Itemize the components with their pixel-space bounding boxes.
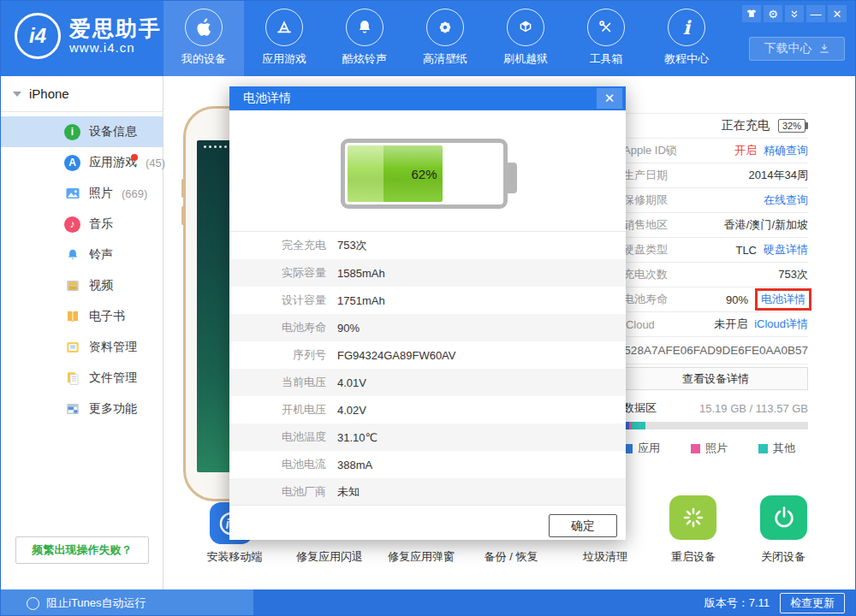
red-annotation-box: 电池详情: [755, 288, 811, 311]
row-actual-capacity: 实际容量1585mAh: [229, 259, 626, 287]
nav-ringtones[interactable]: 酷炫铃声: [324, 1, 405, 76]
version-label: 版本号：7.11: [704, 589, 770, 616]
warranty-row: 保修期限 在线查询: [623, 188, 808, 213]
storage-bar: [623, 422, 808, 429]
storage-legend: 应用 照片 其他: [623, 441, 808, 456]
action-fix-app-popup[interactable]: 修复应用弹窗: [388, 549, 455, 565]
sidebar-item-ebooks[interactable]: 电子书: [1, 301, 163, 332]
brand-name: 爱思助手: [69, 17, 162, 41]
row-design-capacity: 设计容量1751mAh: [229, 287, 626, 314]
row-battery-temperature: 电池温度31.10℃: [229, 424, 626, 451]
action-install-mobile[interactable]: 安装移动端: [207, 549, 263, 565]
tools-icon: [587, 9, 625, 46]
photos-icon: [64, 186, 80, 202]
action-restart-device[interactable]: 重启设备: [671, 549, 716, 565]
block-itunes-toggle[interactable]: 阻止iTunes自动运行: [1, 589, 253, 616]
action-fix-app-crash[interactable]: 修复应用闪退: [296, 549, 363, 565]
storage-usage: 15.19 GB / 113.57 GB: [699, 402, 808, 415]
minimize-to-tray-button[interactable]: [785, 5, 804, 22]
file-manager-icon: [64, 370, 80, 387]
brand-logo-icon: i4: [15, 13, 61, 59]
icloud-details-link[interactable]: iCloud详情: [754, 317, 808, 332]
action-junk-clean[interactable]: 垃圾清理: [583, 549, 627, 565]
device-selector[interactable]: iPhone: [1, 76, 163, 112]
bell-icon: [346, 9, 383, 46]
online-query-link[interactable]: 在线查询: [764, 192, 808, 208]
device-info-panel: 正在充电 32% Apple ID锁 开启 精确查询 生产日期 2014年34周…: [623, 113, 808, 456]
skin-button[interactable]: [742, 5, 761, 22]
restart-device-icon[interactable]: [669, 495, 716, 540]
sidebar-item-photos[interactable]: 照片 (669): [1, 178, 163, 209]
apple-icon: [185, 9, 223, 46]
ok-button[interactable]: 确定: [549, 514, 617, 537]
close-button[interactable]: ✕: [828, 5, 847, 22]
icloud-row: iCloud 未开启 iCloud详情: [623, 312, 808, 337]
storage-seg-other: [632, 422, 645, 429]
view-device-details-button[interactable]: 查看设备详情: [623, 367, 808, 390]
sidebar-item-videos[interactable]: 视频: [1, 270, 163, 301]
nav-my-devices[interactable]: 我的设备: [163, 1, 244, 76]
video-icon: [64, 278, 80, 294]
row-battery-vendor: 电池厂商未知: [229, 478, 626, 506]
storage-label: 数据区: [623, 400, 657, 416]
brand: i4 爱思助手 www.i4.cn: [15, 13, 162, 59]
action-backup-restore[interactable]: 备份 / 恢复: [484, 549, 538, 565]
battery-details-link[interactable]: 电池详情: [761, 293, 805, 305]
storage-section: 数据区 15.19 GB / 113.57 GB 应用 照片 其他: [623, 400, 808, 456]
row-battery-current: 电池电流388mA: [229, 451, 626, 478]
battery-tip: [508, 163, 517, 193]
footer: 阻止iTunes自动运行 版本号：7.11 检查更新: [1, 589, 855, 616]
row-serial-number: 序列号FG94324GA89FW60AV: [229, 341, 626, 369]
nav-toolbox[interactable]: 工具箱: [566, 1, 646, 76]
sidebar-item-data-manager[interactable]: 资料管理: [1, 332, 163, 363]
sales-region-row: 销售地区 香港/澳门/新加坡: [623, 213, 808, 238]
minimize-button[interactable]: —: [806, 5, 825, 22]
chevron-down-icon: [13, 92, 21, 97]
sidebar-item-apps-games[interactable]: A 应用游戏 (45): [1, 147, 163, 178]
shutdown-device-icon[interactable]: [760, 495, 807, 540]
modal-close-button[interactable]: ✕: [597, 88, 622, 109]
device-info-icon: i: [64, 124, 80, 140]
precise-query-link[interactable]: 精确查询: [764, 143, 808, 158]
download-center-button[interactable]: 下载中心: [749, 37, 845, 61]
app-window: i4 爱思助手 www.i4.cn 我的设备 应用游戏: [0, 0, 856, 616]
sidebar-item-file-manager[interactable]: 文件管理: [1, 363, 163, 394]
main-nav: 我的设备 应用游戏 酷炫铃声 高清壁纸: [163, 1, 727, 76]
row-current-voltage: 当前电压4.01V: [229, 369, 626, 396]
signal-dots: [204, 145, 227, 148]
battery-graphic: 62%: [341, 139, 508, 209]
sidebar-item-device-info[interactable]: i 设备信息: [1, 116, 163, 147]
production-date-row: 生产日期 2014年34周: [623, 163, 808, 188]
music-icon: ♪: [64, 216, 80, 233]
settings-button[interactable]: ⚙: [764, 5, 782, 22]
book-icon: [64, 309, 80, 325]
operation-failure-help-button[interactable]: 频繁出现操作失败？: [15, 536, 149, 564]
nav-flash-jailbreak[interactable]: 刷机越狱: [485, 1, 566, 76]
battery-indicator-icon: 32%: [778, 119, 808, 133]
brand-url: www.i4.cn: [69, 40, 162, 55]
appleid-lock-row: Apple ID锁 开启 精确查询: [623, 139, 808, 163]
grid-icon: [64, 401, 80, 418]
battery-life-row: 电池寿命 90% 电池详情: [623, 287, 808, 312]
appstore-icon: A: [64, 155, 80, 171]
sidebar-item-more-features[interactable]: 更多功能: [1, 394, 163, 424]
row-battery-life: 电池寿命90%: [229, 314, 626, 341]
row-full-charge: 完全充电753次: [229, 232, 626, 259]
nav-tutorials[interactable]: i 教程中心: [646, 1, 727, 76]
disk-details-link[interactable]: 硬盘详情: [764, 242, 808, 258]
modal-title: 电池详情: [229, 86, 626, 110]
action-shutdown-device[interactable]: 关闭设备: [761, 549, 805, 565]
legend-other-swatch: [758, 444, 768, 453]
notification-dot: [131, 154, 138, 161]
nav-wallpapers[interactable]: 高清壁纸: [405, 1, 485, 76]
header: i4 爱思助手 www.i4.cn 我的设备 应用游戏: [1, 1, 855, 76]
sidebar-item-music[interactable]: ♪ 音乐: [1, 209, 163, 240]
nav-apps-games[interactable]: 应用游戏: [244, 1, 324, 76]
check-update-button[interactable]: 检查更新: [780, 593, 845, 613]
window-controls: ⚙ — ✕: [742, 5, 847, 22]
sidebar-item-ringtones[interactable]: 铃声: [1, 240, 163, 270]
sidebar-list: i 设备信息 A 应用游戏 (45) 照片 (669) ♪ 音乐: [1, 116, 163, 424]
legend-photos-swatch: [691, 444, 700, 453]
download-icon: [818, 43, 830, 55]
data-manager-icon: [64, 340, 80, 356]
